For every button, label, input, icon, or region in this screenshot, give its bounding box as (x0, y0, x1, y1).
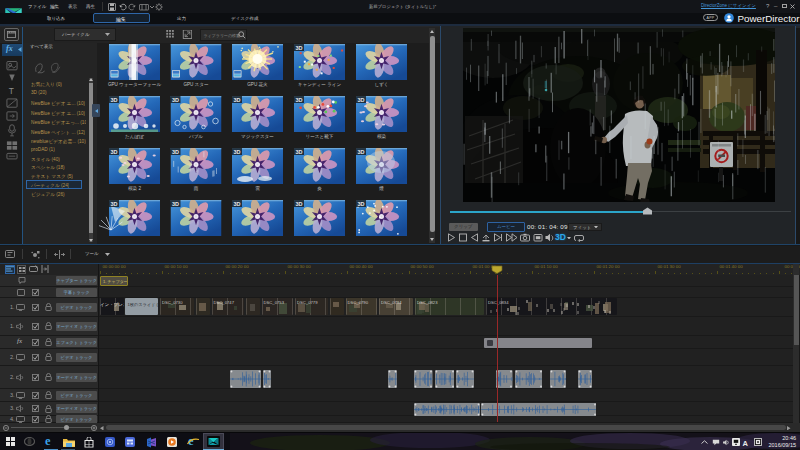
svg-text:3D: 3D (110, 149, 117, 155)
svg-text:T: T (8, 86, 13, 96)
svg-text:3D: 3D (172, 149, 179, 155)
svg-text:3D: 3D (110, 201, 117, 207)
svg-text:3D: 3D (110, 97, 117, 103)
svg-text:3D: 3D (233, 97, 240, 103)
svg-text:3D: 3D (295, 149, 302, 155)
svg-text:3D: 3D (233, 149, 240, 155)
svg-text:3D: 3D (295, 45, 302, 51)
svg-text:3D: 3D (172, 97, 179, 103)
svg-text:3D: 3D (233, 201, 240, 207)
svg-text:3D: 3D (357, 97, 364, 103)
svg-text:3D: 3D (295, 97, 302, 103)
svg-text:3D: 3D (172, 201, 179, 207)
svg-text:3D: 3D (357, 149, 364, 155)
svg-text:3D: 3D (295, 201, 302, 207)
svg-text:3D: 3D (357, 201, 364, 207)
